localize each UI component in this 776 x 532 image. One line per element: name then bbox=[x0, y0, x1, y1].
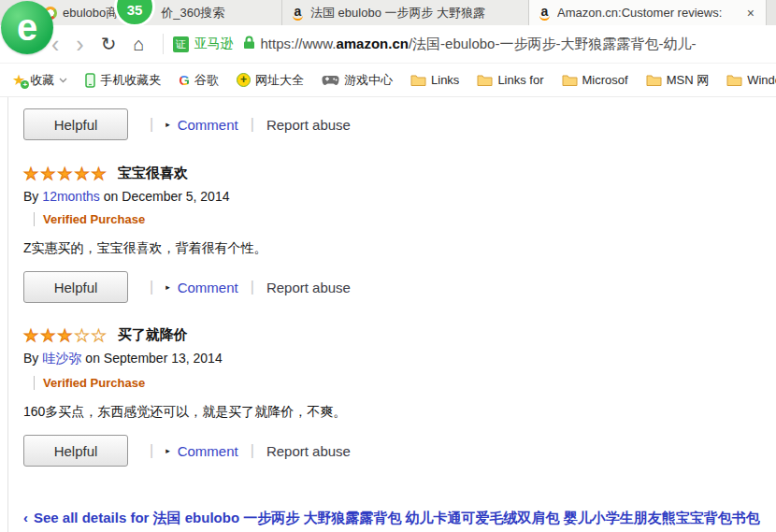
report-abuse-link[interactable]: Report abuse bbox=[266, 117, 351, 133]
site-name-label[interactable]: 亚马逊 bbox=[194, 36, 234, 52]
comment-link[interactable]: ▸Comment bbox=[165, 280, 238, 295]
logo-letter: e bbox=[17, 7, 37, 49]
bookmark-label: 谷歌 bbox=[194, 72, 219, 89]
review-header: ★★★★★ 买了就降价 bbox=[23, 326, 776, 344]
tab-title: ebulobo商价_360搜索 bbox=[63, 5, 273, 22]
divider: | bbox=[251, 442, 254, 459]
url-path: /法国-ebulobo-一步两步-大野狼露露背包-幼儿- bbox=[409, 36, 697, 51]
divider bbox=[163, 34, 164, 54]
by-label: By bbox=[23, 189, 38, 204]
review-text: 160多买点，东西感觉还可以，就是买了就降价，不爽。 bbox=[23, 404, 776, 421]
star-rating: ★★★★★ bbox=[23, 327, 108, 344]
bookmark-label: 手机收藏夹 bbox=[100, 72, 161, 89]
triangle-icon: ▸ bbox=[165, 120, 170, 129]
tab-title: Amazon.cn:Customer reviews: bbox=[557, 6, 739, 20]
close-tab-icon[interactable]: × bbox=[744, 6, 757, 21]
filled-stars: ★★★ bbox=[23, 326, 74, 345]
bookmark-label: 游戏中心 bbox=[344, 72, 393, 89]
plus-circle-icon: + bbox=[237, 73, 251, 87]
bookmark-mobile-favorites[interactable]: 手机收藏夹 bbox=[85, 72, 161, 89]
report-abuse-link[interactable]: Report abuse bbox=[266, 280, 351, 295]
verified-purchase-badge: Verified Purchase bbox=[34, 376, 145, 390]
comment-label: Comment bbox=[178, 443, 238, 459]
tab-bar: ebulobo商价_360搜索 a 法国 ebulobo 一步两步 大野狼露 a… bbox=[0, 0, 776, 25]
review-title: 买了就降价 bbox=[118, 326, 188, 344]
review-item: ★★★★★ 宝宝很喜欢 By12monthson December 5, 201… bbox=[23, 165, 776, 257]
review-title: 宝宝很喜欢 bbox=[118, 165, 188, 182]
folder-icon bbox=[562, 74, 578, 86]
url-input[interactable]: https://www.amazon.cn/法国-ebulobo-一步两步-大野… bbox=[261, 36, 776, 53]
bookmark-game-center[interactable]: 游戏中心 bbox=[322, 72, 393, 89]
tab-title-right: 价_360搜索 bbox=[161, 6, 224, 20]
bookmark-folder-msn[interactable]: MSN 网 bbox=[646, 72, 710, 89]
bookmark-folder-microsoft[interactable]: Microsof bbox=[562, 73, 628, 87]
bookmarks-bar: ★ 收藏 手机收藏夹 G 谷歌 + 网址大全 游戏中心 Links Links … bbox=[0, 64, 776, 97]
folder-icon bbox=[477, 74, 493, 86]
bookmark-label: Links bbox=[431, 73, 459, 87]
bookmark-label: Window bbox=[747, 73, 776, 87]
author-link[interactable]: 哇沙弥 bbox=[42, 351, 81, 366]
browser-logo[interactable]: e bbox=[1, 1, 53, 54]
https-lock-icon bbox=[243, 36, 255, 53]
amazon-favicon: a bbox=[291, 5, 305, 21]
bookmark-site-directory[interactable]: + 网址大全 bbox=[237, 72, 304, 89]
review-header: ★★★★★ 宝宝很喜欢 bbox=[23, 165, 776, 182]
see-all-details-link[interactable]: ‹See all details for 法国 ebulobo 一步两步 大野狼… bbox=[23, 510, 776, 527]
tab-customer-reviews[interactable]: a Amazon.cn:Customer reviews: × bbox=[529, 0, 767, 25]
tab-360-search[interactable]: ebulobo商价_360搜索 bbox=[36, 0, 282, 25]
filled-stars: ★★★★★ bbox=[23, 165, 108, 183]
by-label: By bbox=[23, 351, 38, 366]
divider: | bbox=[251, 279, 254, 295]
bookmark-google[interactable]: G 谷歌 bbox=[179, 72, 219, 89]
google-g-icon: G bbox=[179, 72, 190, 88]
bookmark-folder-links-for[interactable]: Links for bbox=[477, 73, 543, 87]
comment-link[interactable]: ▸Comment bbox=[165, 443, 238, 459]
review-byline: By哇沙弥on September 13, 2014 bbox=[23, 351, 776, 367]
bookmark-folder-windows[interactable]: Window bbox=[726, 73, 776, 87]
folder-icon bbox=[646, 74, 662, 86]
triangle-icon: ▸ bbox=[165, 446, 170, 455]
bookmark-label: 网址大全 bbox=[255, 72, 304, 89]
phone-icon bbox=[85, 73, 95, 88]
tab-product-page[interactable]: a 法国 ebulobo 一步两步 大野狼露 bbox=[282, 0, 529, 25]
tab-title-left: ebulobo商 bbox=[63, 6, 118, 20]
bookmark-favorites[interactable]: ★ 收藏 bbox=[12, 72, 67, 89]
bookmark-label: Microsof bbox=[582, 73, 628, 87]
chevron-down-icon bbox=[59, 78, 67, 83]
review-date: on December 5, 2014 bbox=[104, 189, 230, 204]
divider: | bbox=[150, 116, 153, 133]
review-text: Z实惠买的，宝宝很喜欢，背着很有个性。 bbox=[23, 240, 776, 257]
home-icon[interactable]: ⌂ bbox=[124, 35, 152, 53]
back-arrow-icon: ‹ bbox=[23, 510, 28, 525]
review-action-row: Helpful | ▸Comment | Report abuse bbox=[23, 108, 776, 140]
folder-icon bbox=[410, 74, 426, 86]
gamepad-icon bbox=[322, 75, 339, 86]
review-action-row: Helpful | ▸Comment | Report abuse bbox=[23, 271, 776, 303]
helpful-button[interactable]: Helpful bbox=[23, 271, 128, 303]
refresh-icon[interactable]: ↻ bbox=[93, 35, 125, 53]
site-certified-badge: 证 bbox=[173, 36, 189, 52]
forward-icon[interactable]: › bbox=[67, 33, 92, 56]
url-scheme: https://www. bbox=[261, 36, 337, 51]
address-bar: ‹ › ↻ ⌂ 证 亚马逊 https://www.amazon.cn/法国-e… bbox=[0, 25, 776, 64]
review-byline: By12monthson December 5, 2014 bbox=[23, 189, 776, 204]
bookmark-label: 收藏 bbox=[30, 72, 54, 89]
author-link[interactable]: 12months bbox=[42, 189, 99, 204]
url-domain: amazon.cn bbox=[336, 36, 409, 51]
star-rating: ★★★★★ bbox=[23, 165, 108, 182]
favorites-star-icon: ★ bbox=[12, 74, 25, 87]
review-item: ★★★★★ 买了就降价 By哇沙弥on September 13, 2014 V… bbox=[23, 326, 776, 421]
divider: | bbox=[251, 116, 254, 133]
bookmark-folder-links[interactable]: Links bbox=[410, 73, 459, 87]
helpful-button[interactable]: Helpful bbox=[23, 108, 128, 140]
comment-link[interactable]: ▸Comment bbox=[165, 117, 238, 133]
bookmark-label: Links for bbox=[497, 73, 543, 87]
report-abuse-link[interactable]: Report abuse bbox=[266, 443, 351, 459]
amazon-favicon: a bbox=[538, 5, 552, 21]
comment-label: Comment bbox=[178, 280, 238, 295]
comment-label: Comment bbox=[178, 117, 238, 133]
see-all-label: See all details for 法国 ebulobo 一步两步 大野狼露… bbox=[34, 510, 760, 525]
folder-icon bbox=[726, 74, 742, 86]
helpful-button[interactable]: Helpful bbox=[23, 435, 128, 467]
triangle-icon: ▸ bbox=[165, 282, 170, 292]
